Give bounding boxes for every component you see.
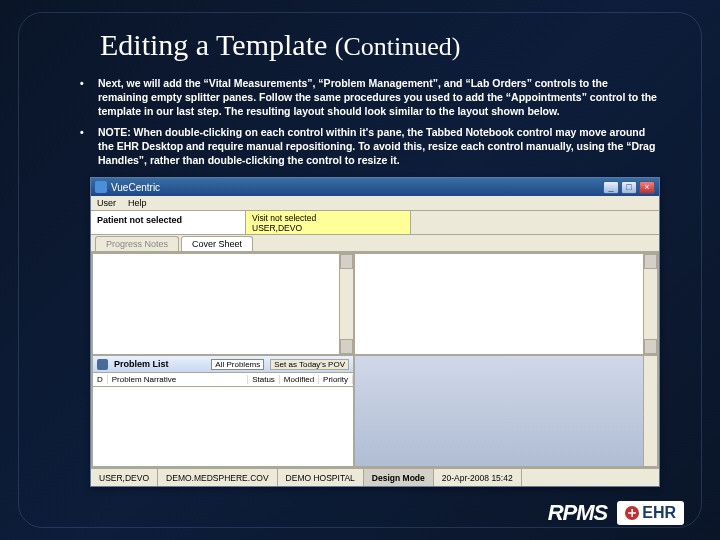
status-server: DEMO.MEDSPHERE.COV <box>158 469 278 486</box>
ehr-cross-icon <box>625 506 639 520</box>
info-bar-spacer <box>411 211 659 234</box>
problem-header: Problem List All Problems Set as Today's… <box>93 356 353 373</box>
col-d: D <box>93 375 108 384</box>
status-facility: DEMO HOSPITAL <box>278 469 364 486</box>
col-priority: Priority <box>319 375 353 384</box>
ehr-text: EHR <box>642 504 676 522</box>
menu-help[interactable]: Help <box>128 198 147 208</box>
app-icon <box>95 181 107 193</box>
window-title: VueCentric <box>111 182 160 193</box>
title-main: Editing a Template <box>100 28 335 61</box>
logo-area: RPMS EHR <box>548 500 684 526</box>
scrollbar[interactable] <box>643 356 657 466</box>
visit-user: USER,DEVO <box>252 223 404 233</box>
problem-columns: D Problem Narrative Status Modified Prio… <box>93 373 353 387</box>
scrollbar[interactable] <box>339 254 353 354</box>
bullet-item: Next, we will add the “Vital Measurement… <box>80 76 660 119</box>
problem-pane[interactable]: Problem List All Problems Set as Today's… <box>93 356 353 466</box>
col-modified: Modified <box>280 375 319 384</box>
vitals-pane[interactable] <box>355 254 657 354</box>
visit-label: Visit not selected <box>252 213 404 223</box>
status-mode: Design Mode <box>364 469 434 486</box>
tab-cover-sheet[interactable]: Cover Sheet <box>181 236 253 251</box>
work-area: Problem List All Problems Set as Today's… <box>91 252 659 468</box>
status-datetime: 20-Apr-2008 15:42 <box>434 469 522 486</box>
app-screenshot: VueCentric _ □ × User Help Patient not s… <box>90 177 660 487</box>
info-bar: Patient not selected Visit not selected … <box>91 211 659 235</box>
scrollbar[interactable] <box>643 254 657 354</box>
status-user: USER,DEVO <box>91 469 158 486</box>
tab-bar: Progress Notes Cover Sheet <box>91 235 659 252</box>
problem-body <box>93 387 353 466</box>
menu-user[interactable]: User <box>97 198 116 208</box>
window-titlebar: VueCentric _ □ × <box>91 178 659 196</box>
title-continued: (Continued) <box>335 32 461 61</box>
status-bar: USER,DEVO DEMO.MEDSPHERE.COV DEMO HOSPIT… <box>91 468 659 486</box>
visit-panel[interactable]: Visit not selected USER,DEVO <box>246 211 411 234</box>
close-button[interactable]: × <box>639 181 655 194</box>
col-narrative: Problem Narrative <box>108 375 248 384</box>
ehr-logo: EHR <box>617 501 684 525</box>
menu-bar: User Help <box>91 196 659 211</box>
problem-title: Problem List <box>114 359 169 369</box>
maximize-button[interactable]: □ <box>621 181 637 194</box>
col-status: Status <box>248 375 280 384</box>
slide-title: Editing a Template (Continued) <box>100 28 680 62</box>
tab-progress-notes[interactable]: Progress Notes <box>95 236 179 251</box>
appointments-pane[interactable] <box>93 254 353 354</box>
bullet-list: Next, we will add the “Vital Measurement… <box>80 76 660 167</box>
patient-panel[interactable]: Patient not selected <box>91 211 246 234</box>
set-pov-button[interactable]: Set as Today's POV <box>270 359 349 370</box>
bullet-item: NOTE: When double-clicking on each contr… <box>80 125 660 168</box>
problem-filter-select[interactable]: All Problems <box>211 359 264 370</box>
problem-icon <box>97 359 108 370</box>
minimize-button[interactable]: _ <box>603 181 619 194</box>
lab-orders-pane[interactable] <box>355 356 657 466</box>
rpms-logo: RPMS <box>548 500 608 526</box>
